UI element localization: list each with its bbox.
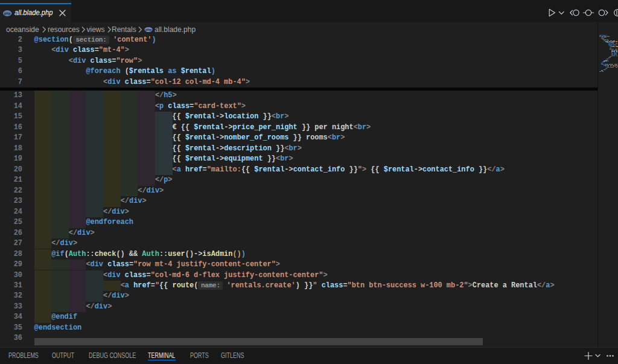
svg-text:php: php	[4, 11, 11, 15]
svg-text:php: php	[145, 28, 152, 31]
